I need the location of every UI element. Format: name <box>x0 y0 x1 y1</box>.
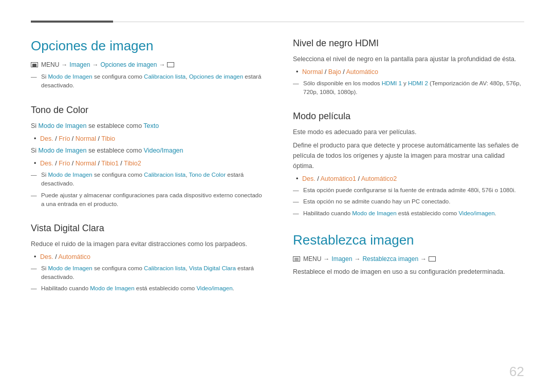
tono-note2: Puede ajustar y almacenar configuracione… <box>31 191 262 209</box>
tono-frio1: Frío <box>59 135 70 142</box>
arrow2: → <box>92 61 98 68</box>
modo-section: Modo película Este modo es adecuado para… <box>293 111 524 218</box>
nivel-bajo: Bajo <box>328 68 341 76</box>
modo-des: Des. <box>302 175 316 182</box>
calibracion-ref1: Calibracion lista <box>144 73 186 80</box>
arrow6: → <box>420 255 427 263</box>
nivel-title: Nivel de negro HDMI <box>293 38 524 49</box>
restablecer-menu-path: MENU → Imagen → Restablezca imagen → <box>293 255 524 263</box>
opciones-menu-path: MENU → Imagen → Opciones de imagen → <box>31 61 262 68</box>
restablecer-desc: Restablece el modo de imagen en uso a su… <box>293 267 524 277</box>
menu-icon2 <box>293 256 300 262</box>
tono-note1: Si Modo de Imagen se configura como Cali… <box>31 171 262 189</box>
page-number: 62 <box>509 364 524 380</box>
tono-frio2: Frío <box>59 160 70 167</box>
tono-line1: Si Modo de Imagen se establece como Text… <box>31 121 262 131</box>
nivel-desc: Selecciona el nivel de negro en la panta… <box>293 54 524 64</box>
vista-note2: Habilitado cuando Modo de Imagen está es… <box>31 284 262 293</box>
arrow1: → <box>61 61 67 68</box>
tono-bullet1: Des. / Frío / Normal / Tibio <box>31 134 262 144</box>
tono-texto: Texto <box>143 122 159 129</box>
modo-desc2: Define el producto para que detecte y pr… <box>293 140 524 171</box>
vista-modo1: Modo de Imagen <box>48 265 92 271</box>
tono-normal1: Normal <box>76 135 96 142</box>
nivel-section: Nivel de negro HDMI Selecciona el nivel … <box>293 38 524 97</box>
modo-modo-ref: Modo de Imagen <box>352 210 396 216</box>
menu-label2: MENU <box>303 255 321 263</box>
tono-normal2: Normal <box>76 160 96 167</box>
arrow5: → <box>354 255 360 263</box>
menu-icon <box>31 62 38 67</box>
tono-line2: Si Modo de Imagen se establece como Vide… <box>31 145 262 156</box>
restablecer-section: Restablezca imagen MENU → Imagen → Resta… <box>293 232 524 277</box>
nivel-auto: Automático <box>346 68 378 76</box>
modo-title: Modo película <box>293 111 524 122</box>
tono-bullet2: Des. / Frío / Normal / Tibio1 / Tibio2 <box>31 159 262 169</box>
tono-tibio2b: Tibio2 <box>124 160 141 167</box>
tono-des1: Des. <box>40 135 53 142</box>
opciones-section: Opciones de imagen MENU → Imagen → Opcio… <box>31 38 262 90</box>
nivel-bullet: Normal / Bajo / Automático <box>293 67 524 77</box>
modo-bullet: Des. / Automático1 / Automático2 <box>293 174 524 184</box>
tono-tibio1: Tibio <box>101 135 115 142</box>
tono-section: Tono de Color Si Modo de Imagen se estab… <box>31 105 262 209</box>
vista-video: Video/imagen <box>196 285 232 291</box>
modo-note1: Esta opción puede configurarse si la fue… <box>293 186 524 195</box>
opciones-ref: Opciones de imagen <box>189 73 243 80</box>
tono-modo2: Modo de Imagen <box>39 147 87 154</box>
tono-video: Video/Imagen <box>144 147 183 154</box>
menu-opciones: Opciones de imagen <box>100 61 157 68</box>
modo-imagen-ref1: Modo de Imagen <box>48 73 92 80</box>
modo-desc1: Este modo es adecuado para ver películas… <box>293 127 524 137</box>
vista-section: Vista Digital Clara Reduce el ruido de l… <box>31 223 262 293</box>
restablecer-nav: Restablezca imagen <box>362 255 418 263</box>
menu-imagen: Imagen <box>69 61 90 68</box>
hdmi1-ref: HDMI 1 <box>382 80 402 86</box>
right-column: Nivel de negro HDMI Selecciona el nivel … <box>293 38 524 308</box>
arrow3: → <box>159 61 165 68</box>
menu-label: MENU <box>41 61 59 68</box>
top-bar <box>31 21 524 23</box>
vista-desc: Reduce el ruido de la imagen para evitar… <box>31 239 262 249</box>
opciones-note: Si Modo de Imagen se configura como Cali… <box>31 72 262 90</box>
opciones-title: Opciones de imagen <box>31 38 262 54</box>
enter-icon <box>167 62 174 67</box>
hdmi2-ref: HDMI 2 <box>408 80 428 86</box>
nivel-normal: Normal <box>302 68 323 76</box>
vista-calibracion: Calibracion lista <box>144 265 186 271</box>
tono-tibio2a: Tibio1 <box>101 160 119 167</box>
restablecer-title: Restablezca imagen <box>293 232 524 248</box>
vista-title: Vista Digital Clara <box>31 223 262 234</box>
vista-auto: Automático <box>58 253 90 260</box>
vista-ref: Vista Digital Clara <box>189 265 236 271</box>
tono-modo3: Modo de Imagen <box>48 172 92 178</box>
tono-des2: Des. <box>40 160 53 167</box>
modo-note3: Habilitado cuando Modo de Imagen está es… <box>293 209 524 218</box>
left-column: Opciones de imagen MENU → Imagen → Opcio… <box>31 38 262 308</box>
nivel-note: Sólo disponible en los modos HDMI 1 y HD… <box>293 79 524 97</box>
arrow4: → <box>323 255 329 263</box>
vista-modo2: Modo de Imagen <box>90 285 134 291</box>
vista-bullet: Des. / Automático <box>31 252 262 262</box>
vista-note1: Si Modo de Imagen se configura como Cali… <box>31 264 262 282</box>
vista-des: Des. <box>40 253 53 260</box>
enter-icon2 <box>429 256 436 262</box>
tono-title: Tono de Color <box>31 105 262 116</box>
tono-tono-ref: Tono de Color <box>189 172 226 178</box>
top-bar-accent <box>31 21 113 23</box>
tono-modo1: Modo de Imagen <box>39 122 87 129</box>
modo-auto2: Automático2 <box>361 175 397 182</box>
page: Opciones de imagen MENU → Imagen → Opcio… <box>0 0 555 339</box>
modo-auto1: Automático1 <box>320 175 356 182</box>
top-bar-line <box>113 22 524 22</box>
restablecer-imagen-nav: Imagen <box>331 255 352 263</box>
modo-note2: Esta opción no se admite cuando hay un P… <box>293 197 524 206</box>
modo-video-ref: Video/imagen <box>458 210 494 216</box>
tono-calibracion: Calibracion lista <box>144 172 186 178</box>
main-columns: Opciones de imagen MENU → Imagen → Opcio… <box>31 38 524 308</box>
